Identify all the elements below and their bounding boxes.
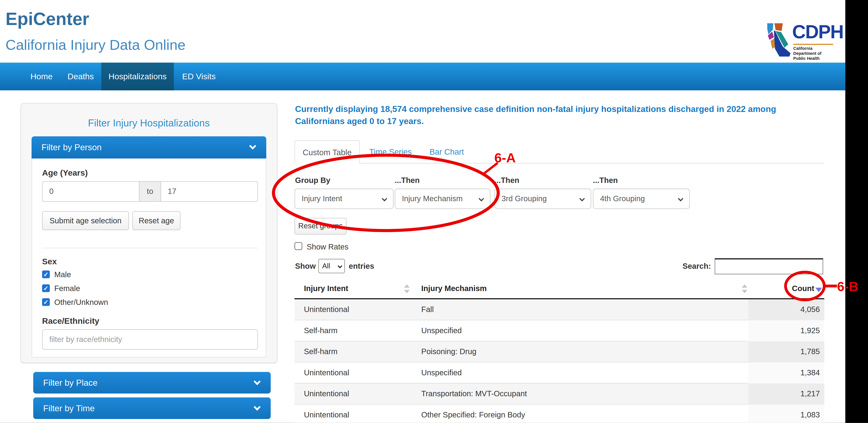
entries-length-value: All bbox=[322, 262, 330, 270]
chevron-down-icon bbox=[254, 378, 261, 385]
grouping-select-2-value: Injury Mechanism bbox=[402, 194, 463, 203]
filter-by-person-label: Filter by Person bbox=[41, 143, 102, 152]
cell-count: 1,925 bbox=[748, 320, 825, 341]
sex-option-label: Other/Unknown bbox=[54, 298, 108, 306]
right-black-bar bbox=[845, 0, 868, 423]
race-ethnicity-input[interactable]: filter by race/ethnicity bbox=[42, 329, 258, 350]
age-to-input[interactable]: 17 bbox=[161, 181, 258, 202]
race-ethnicity-label: Race/Ethnicity bbox=[42, 316, 99, 325]
chevron-down-icon bbox=[249, 143, 256, 150]
reset-age-button[interactable]: Reset age bbox=[132, 211, 181, 230]
search-label: Search: bbox=[683, 262, 711, 271]
table-row: Unintentional Unspecified 1,384 bbox=[294, 362, 825, 384]
table-row: Self-harm Poisoning: Drug 1,785 bbox=[294, 341, 825, 362]
cdph-org-line2: Public Health bbox=[793, 56, 819, 61]
results-summary-line2: Californians aged 0 to 17 years. bbox=[295, 116, 424, 126]
results-summary-line1: Currently displaying 18,574 comprehensiv… bbox=[295, 104, 776, 114]
cdph-logo: CDPH California Department of Public Hea… bbox=[766, 21, 835, 58]
app-title: EpiCenter bbox=[6, 9, 89, 29]
column-header-injury-mechanism[interactable]: Injury Mechanism bbox=[421, 280, 487, 299]
main-navbar: Home Deaths Hospitalizations ED Visits bbox=[0, 63, 845, 90]
tab-time-series[interactable]: Time Series bbox=[369, 140, 412, 164]
cell-count: 1,384 bbox=[748, 362, 825, 384]
filter-by-time-label: Filter by Time bbox=[43, 403, 95, 414]
sidebar-divider bbox=[42, 248, 258, 248]
cell-count: 1,785 bbox=[748, 341, 825, 362]
accordion-filter-by-time[interactable]: Filter by Time bbox=[33, 397, 271, 419]
grouping-select-1-value: Injury Intent bbox=[302, 194, 342, 203]
cell-injury-mechanism: Fall bbox=[421, 299, 434, 320]
annotation-line-6a bbox=[483, 163, 498, 174]
grouping-select-4-value: 4th Grouping bbox=[600, 194, 645, 203]
grouping-select-3-value: 3rd Grouping bbox=[502, 194, 547, 203]
search-input[interactable] bbox=[715, 258, 823, 275]
nav-item-ed-visits[interactable]: ED Visits bbox=[173, 63, 225, 90]
cell-injury-intent: Unintentional bbox=[304, 299, 349, 320]
show-entries-label: Show bbox=[295, 262, 316, 271]
table-row: Unintentional Fall 4,056 bbox=[294, 299, 825, 320]
tab-bar-chart[interactable]: Bar Chart bbox=[430, 140, 464, 164]
grouping-select-1[interactable]: Injury Intent bbox=[294, 189, 394, 209]
age-from-input[interactable]: 0 bbox=[42, 181, 140, 202]
cell-injury-mechanism: Other Specified: Foreign Body bbox=[421, 404, 525, 423]
filter-by-place-label: Filter by Place bbox=[43, 378, 98, 388]
grouping-select-4[interactable]: 4th Grouping bbox=[593, 189, 690, 209]
sort-both-icon[interactable] bbox=[404, 284, 410, 293]
checkbox-checked-icon[interactable]: ✓ bbox=[42, 271, 50, 278]
checkbox-checked-icon[interactable]: ✓ bbox=[42, 298, 50, 306]
cdph-logo-rule bbox=[793, 44, 833, 45]
entries-label: entries bbox=[349, 262, 374, 271]
cell-injury-mechanism: Transportation: MVT-Occupant bbox=[421, 384, 527, 404]
chevron-down-icon bbox=[678, 196, 683, 202]
show-rates-label: Show Rates bbox=[307, 242, 348, 251]
cell-injury-intent: Unintentional bbox=[304, 362, 349, 383]
table-row: Self-harm Unspecified 1,925 bbox=[294, 320, 825, 341]
table-header-row: Injury Intent Injury Mechanism Count bbox=[294, 280, 825, 299]
cdph-org-name: California Department of Public Health bbox=[793, 46, 835, 61]
sort-both-icon[interactable] bbox=[742, 284, 747, 293]
chevron-down-icon bbox=[254, 403, 261, 411]
then-label-4: ...Then bbox=[593, 176, 618, 185]
cell-injury-mechanism: Unspecified bbox=[421, 362, 462, 383]
age-label: Age (Years) bbox=[42, 168, 88, 177]
nav-item-deaths[interactable]: Deaths bbox=[58, 63, 103, 90]
cell-injury-mechanism: Poisoning: Drug bbox=[421, 341, 476, 362]
submit-age-button[interactable]: Submit age selection bbox=[42, 211, 129, 230]
nav-item-home[interactable]: Home bbox=[21, 63, 62, 90]
cell-injury-intent: Unintentional bbox=[304, 404, 349, 423]
chevron-down-icon bbox=[382, 196, 387, 202]
cell-injury-mechanism: Unspecified bbox=[421, 320, 462, 341]
group-by-label: Group By bbox=[295, 176, 331, 185]
checkbox-checked-icon[interactable]: ✓ bbox=[42, 284, 50, 292]
accordion-filter-by-person[interactable]: Filter by Person bbox=[32, 136, 266, 159]
sex-label: Sex bbox=[42, 257, 57, 266]
sex-option-label: Male bbox=[54, 271, 71, 279]
entries-length-select[interactable]: All bbox=[318, 259, 345, 273]
chevron-down-icon bbox=[580, 196, 585, 202]
sex-option-label: Female bbox=[54, 284, 80, 292]
then-label-3: ...Then bbox=[494, 176, 519, 185]
filter-panel-title: Filter Injury Hospitalizations bbox=[21, 117, 277, 129]
cell-injury-intent: Self-harm bbox=[304, 341, 338, 362]
cdph-acronym: CDPH bbox=[792, 21, 843, 43]
accordion-filter-by-place[interactable]: Filter by Place bbox=[33, 372, 271, 393]
tab-custom-table[interactable]: Custom Table bbox=[294, 140, 360, 164]
then-label-2: ...Then bbox=[395, 176, 420, 185]
grouping-select-3[interactable]: 3rd Grouping bbox=[494, 189, 591, 209]
chevron-down-icon bbox=[478, 196, 484, 202]
chevron-down-icon bbox=[338, 264, 342, 269]
sort-descending-icon[interactable] bbox=[815, 288, 822, 292]
epicenter-page: EpiCenter California Injury Data Online … bbox=[0, 0, 868, 423]
california-state-icon bbox=[766, 22, 792, 58]
cell-count: 1,083 bbox=[748, 404, 825, 423]
reset-groups-button[interactable]: Reset groups bbox=[294, 218, 347, 234]
results-summary: Currently displaying 18,574 comprehensiv… bbox=[295, 103, 838, 128]
cell-count: 4,056 bbox=[748, 299, 825, 320]
age-to-separator: to bbox=[139, 181, 161, 202]
nav-item-hospitalizations[interactable]: Hospitalizations bbox=[101, 63, 174, 90]
column-header-count[interactable]: Count bbox=[792, 280, 814, 299]
column-header-injury-intent[interactable]: Injury Intent bbox=[304, 280, 348, 299]
grouping-select-2[interactable]: Injury Mechanism bbox=[395, 189, 490, 209]
show-rates-checkbox[interactable] bbox=[294, 242, 302, 250]
cell-injury-intent: Unintentional bbox=[304, 384, 349, 404]
